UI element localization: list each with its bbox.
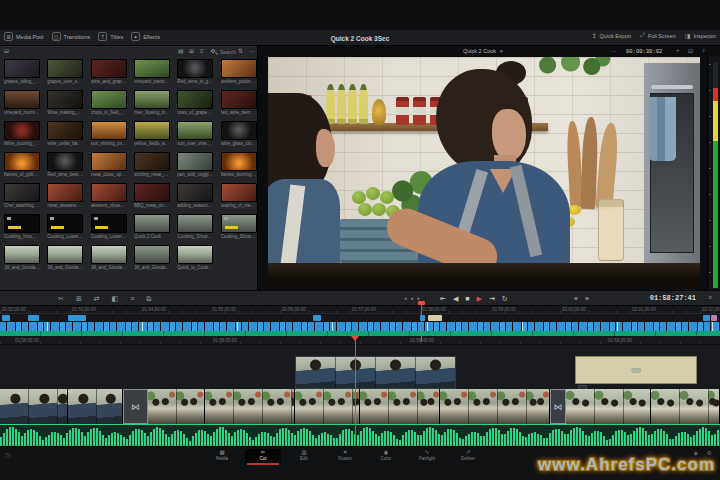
app-logo-icon[interactable]: ◳ <box>5 451 11 458</box>
overview-ruler[interactable]: 01:52:00:0001:53:00:0001:54:00:0001:55:0… <box>0 306 720 314</box>
media-clip[interactable]: Jill_and_Giordana_W… <box>91 245 127 276</box>
media-clip[interactable]: skewers_close_up_fl… <box>91 183 127 214</box>
transform-icon[interactable]: ⊡ <box>688 47 693 54</box>
media-clip[interactable]: BBQ_meat_on_fire_c… <box>134 183 170 214</box>
timeline-selector[interactable]: Quick 2 Cook <box>463 48 496 54</box>
media-clip-thumbnail[interactable] <box>221 90 257 109</box>
media-clip-thumbnail[interactable] <box>91 90 127 109</box>
media-clip-thumbnail[interactable] <box>4 121 40 140</box>
media-clip-thumbnail[interactable] <box>134 214 170 233</box>
media-clip-thumbnail[interactable] <box>134 121 170 140</box>
page-tab-media[interactable]: ▦Media <box>204 449 240 464</box>
viewer-tools-icon[interactable]: + <box>676 47 680 53</box>
thumbnail-view-icon[interactable]: ⊞ <box>189 48 194 55</box>
timeline-clip[interactable] <box>566 389 651 424</box>
title-clip[interactable]: ((|)) <box>575 356 697 384</box>
transition-clip[interactable]: ⋈ <box>550 389 566 424</box>
transition-clip[interactable]: ⋈ <box>123 389 148 424</box>
media-clip[interactable]: Wine_making_bottli… <box>47 90 83 121</box>
media-clip[interactable]: Cooking_Lower_Thir… <box>91 214 127 245</box>
page-tab-deliver[interactable]: ↗Deliver <box>450 449 486 464</box>
media-clip-thumbnail[interactable] <box>4 214 40 233</box>
media-clip-thumbnail[interactable] <box>177 214 213 233</box>
first-frame-button[interactable]: ⇤ <box>440 293 446 304</box>
media-clip-thumbnail[interactable] <box>221 59 257 78</box>
stop-button[interactable]: ■ <box>465 293 469 304</box>
media-clip-thumbnail[interactable] <box>91 245 127 264</box>
panel-tab-effects[interactable]: ✦Effects <box>131 32 160 41</box>
media-clip[interactable]: yellow_fields_at_lan… <box>134 121 170 152</box>
overview-clip[interactable] <box>28 315 39 321</box>
media-clip[interactable]: Jill_and_Giordana_T… <box>134 245 170 276</box>
media-clip-thumbnail[interactable] <box>177 59 213 78</box>
timeline-clip[interactable] <box>360 389 440 424</box>
video-track1[interactable]: ⋈⋈ <box>0 389 720 424</box>
timeline-clip[interactable] <box>651 389 720 424</box>
list-view-icon[interactable]: ≡ <box>200 48 204 55</box>
media-clip-thumbnail[interactable] <box>134 90 170 109</box>
search-icon[interactable] <box>211 49 215 53</box>
timeline-overview[interactable]: 01:52:00:0001:53:00:0001:54:00:0001:55:0… <box>0 306 720 336</box>
media-clip-thumbnail[interactable] <box>91 183 127 202</box>
media-clip[interactable]: Cooking_Show_Wid… <box>177 214 213 245</box>
media-clip[interactable]: Cooking_Intro_Logo… <box>4 214 40 245</box>
media-clip[interactable]: red_wine_being_po… <box>221 90 257 121</box>
media-clip-thumbnail[interactable] <box>134 152 170 171</box>
media-clip[interactable]: flames_burning_clos… <box>221 152 257 183</box>
media-clip[interactable]: meat_close_up_on_… <box>91 152 127 183</box>
overview-clip[interactable] <box>313 315 321 321</box>
media-clip-thumbnail[interactable] <box>47 183 83 202</box>
play-reverse-button[interactable]: ◀ <box>453 293 458 304</box>
strip-view-icon[interactable]: ▤ <box>178 48 184 55</box>
media-clip[interactable]: vineyard_tractor_ri… <box>134 59 170 90</box>
media-clip-thumbnail[interactable] <box>221 152 257 171</box>
media-clip-thumbnail[interactable] <box>47 121 83 140</box>
media-clip-thumbnail[interactable] <box>177 121 213 140</box>
quick-export-button[interactable]: ↥Quick Export <box>592 32 632 39</box>
overview-clip[interactable] <box>711 315 717 321</box>
media-clip-thumbnail[interactable] <box>221 183 257 202</box>
timeline-clip[interactable] <box>148 389 205 424</box>
media-clip[interactable]: grapes_over_shoul… <box>47 59 83 90</box>
media-clip-thumbnail[interactable] <box>134 183 170 202</box>
media-clip[interactable]: grapes_riding_ove… <box>4 59 40 90</box>
page-tab-edit[interactable]: ▥Edit <box>286 449 322 464</box>
timeline-clip[interactable] <box>0 389 68 424</box>
media-clip[interactable]: crops_in_field_at_s… <box>91 90 127 121</box>
timeline-ruler[interactable]: 01:58:05:0001:58:25:0001:58:45:0001:59:0… <box>0 336 720 345</box>
overview-clip[interactable] <box>703 315 710 321</box>
media-clip[interactable]: Quick 2 Cook <box>134 214 170 245</box>
media-clip[interactable]: meat_skewers_on_th… <box>47 183 83 214</box>
video-frame[interactable] <box>268 57 700 288</box>
speaker-icon[interactable]: ♪ <box>702 47 705 53</box>
media-clip[interactable]: Cooking_Lower_Thir… <box>47 214 83 245</box>
media-clip[interactable]: adding_seasoning_t… <box>177 183 213 214</box>
media-clip[interactable]: flames_of_grill_clos… <box>4 152 40 183</box>
timeline-clip[interactable] <box>295 389 360 424</box>
overview-clip[interactable] <box>68 315 86 321</box>
media-clip-thumbnail[interactable] <box>4 183 40 202</box>
timeline-options-icon[interactable]: ≡ <box>708 294 712 301</box>
source-overwrite-icon[interactable]: ≡ <box>130 293 134 304</box>
panel-tab-titles[interactable]: TTitles <box>98 32 123 41</box>
media-clip-thumbnail[interactable] <box>91 59 127 78</box>
media-clip[interactable]: sizzling_meat_on_gr… <box>134 152 170 183</box>
video-track2-clip[interactable] <box>295 356 456 389</box>
media-clip[interactable]: Cooking_Show_Grad… <box>221 214 257 245</box>
media-clip-thumbnail[interactable] <box>177 245 213 264</box>
more-options-icon[interactable]: ⋯ <box>249 48 255 55</box>
timeline-clip[interactable] <box>205 389 295 424</box>
overview-playhead[interactable] <box>421 302 422 342</box>
search-label[interactable]: Search <box>220 49 236 55</box>
media-clip[interactable]: vineyard_morning_r… <box>4 90 40 121</box>
media-clip[interactable]: river_flowing_in_val… <box>134 90 170 121</box>
next-edit-button[interactable]: » <box>585 293 589 304</box>
panel-tab-media-pool[interactable]: ⊞Media Pool <box>4 32 44 41</box>
media-clip-thumbnail[interactable] <box>4 59 40 78</box>
media-clip-thumbnail[interactable] <box>4 245 40 264</box>
media-clip-thumbnail[interactable] <box>177 183 213 202</box>
media-clip-thumbnail[interactable] <box>47 214 83 233</box>
jog-left-icon[interactable]: ◂ <box>404 294 407 303</box>
bin-list-icon[interactable]: ⊟ <box>4 48 9 55</box>
media-clip-thumbnail[interactable] <box>134 59 170 78</box>
